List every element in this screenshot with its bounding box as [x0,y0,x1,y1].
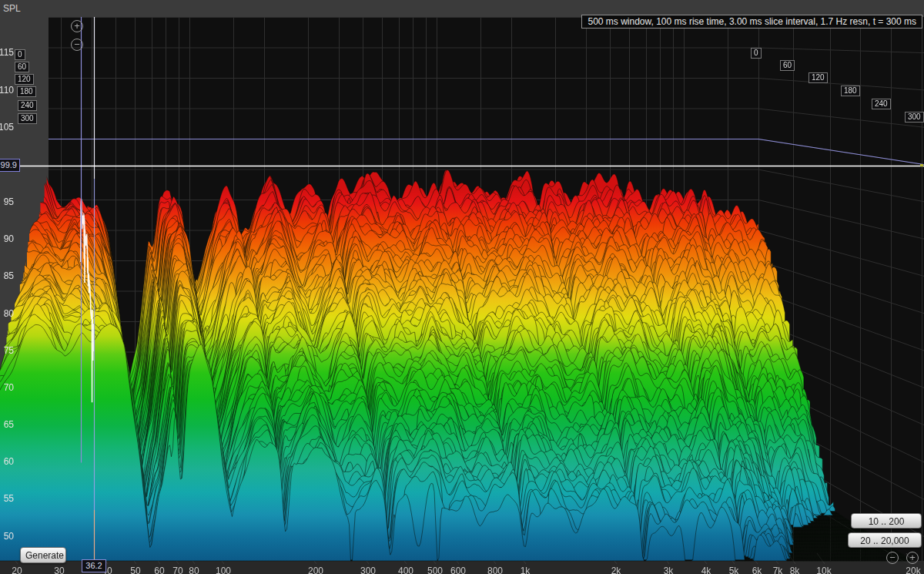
zoom-in-button-top[interactable]: + [71,20,83,32]
freq-tick-label: 8k [790,566,800,574]
freq-tick-label: 10k [816,566,831,574]
spl-tick-label: 95 [0,196,14,207]
time-tick-label: 0 [15,49,25,60]
spl-tick-label: 70 [0,382,14,393]
spl-tick-label: 50 [0,531,14,542]
spl-tick-label: 55 [0,493,14,504]
waterfall-window: { "window": { "axis_unit_label": "SPL" }… [0,0,924,574]
time-tick-label: 0 [751,48,762,59]
spl-tick-label: 105 [0,122,14,133]
freq-tick-label: 80 [189,566,199,574]
analysis-settings-readout: 500 ms window, 100 ms rise time, 3.00 ms… [581,15,922,29]
freq-tick-label: 5k [729,566,739,574]
time-tick-label: 300 [905,112,924,123]
spl-tick-label: 85 [0,270,14,281]
freq-tick-label: 50 [130,566,140,574]
spl-tick-label: 80 [0,308,14,319]
time-tick-label: 180 [841,86,860,96]
freq-tick-label: 7k [773,566,783,574]
freq-tick-label: 3k [664,566,674,574]
time-tick-label: 240 [18,100,37,111]
spl-tick-label: 115 [0,47,14,58]
freq-tick-label: 300 [360,566,376,574]
freq-tick-label: 4k [701,566,711,574]
cursor-frequency-readout: 36.2 [82,559,106,572]
time-tick-label: 180 [17,86,36,97]
zoom-in-button-bottom[interactable]: + [906,552,919,564]
freq-tick-label: 6k [752,566,762,574]
freq-tick-label: 1k [521,566,531,574]
time-tick-label: 120 [15,74,34,85]
spl-axis-unit-label: SPL [3,3,21,14]
time-tick-label: 60 [780,60,795,71]
range-bass-button[interactable]: 10 .. 200 [851,513,922,529]
freq-tick-label: 2k [611,566,621,574]
waterfall-plot-canvas[interactable] [0,17,924,574]
spl-tick-label: 75 [0,345,14,356]
range-full-button[interactable]: 20 .. 20,000 [848,532,922,548]
spl-tick-label: 65 [0,419,14,430]
freq-tick-label: 800 [487,566,503,574]
freq-tick-label: 100 [216,566,231,574]
zoom-out-button-top[interactable]: − [71,39,83,51]
generate-button[interactable]: Generate [20,547,66,563]
time-tick-label: 300 [18,113,37,124]
freq-tick-label: 500 [427,566,443,574]
zoom-out-button-bottom[interactable]: − [886,552,899,564]
freq-tick-label: 20 [12,566,22,574]
freq-tick-label: 30 [54,566,64,574]
time-tick-label: 120 [808,72,828,83]
spl-tick-label: 110 [0,85,14,96]
cursor-spl-readout: 99.9 [0,159,20,172]
freq-tick-label: 70 [172,566,182,574]
freq-tick-label: 600 [450,566,466,574]
time-tick-label: 240 [872,99,891,109]
spl-tick-label: 90 [0,233,14,244]
freq-tick-label: 400 [398,566,413,574]
time-tick-label: 60 [15,62,29,72]
spl-tick-label: 60 [0,456,14,467]
freq-tick-label: 20k [906,566,920,574]
freq-tick-label: 200 [308,566,323,574]
freq-tick-label: 60 [154,566,164,574]
